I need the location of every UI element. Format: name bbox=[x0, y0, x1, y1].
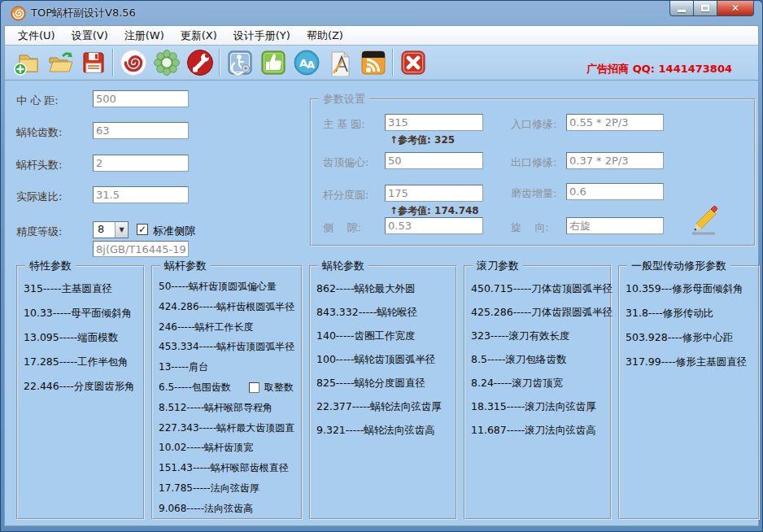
param-row: 22.377-----蜗轮法向弦齿厚 bbox=[316, 395, 454, 418]
exit-icon bbox=[399, 49, 427, 76]
panel-modification-params: 一般型传动修形参数 10.359---修形母面倾斜角 31.8----修形传动比… bbox=[618, 265, 760, 520]
param-row: 22.446----分度圆齿形角 bbox=[24, 374, 142, 399]
window-controls: ✕ bbox=[669, 1, 754, 16]
worm-design-button[interactable] bbox=[116, 46, 150, 79]
param-row-with-checkbox: 6.5-----包围齿数 取整数 bbox=[159, 377, 299, 398]
gear-flower-icon bbox=[153, 49, 181, 76]
worm-pitch-circle-input[interactable] bbox=[385, 185, 483, 202]
tools-button[interactable] bbox=[183, 46, 216, 79]
approve-button[interactable] bbox=[256, 46, 290, 79]
param-row: 315-----主基圆直径 bbox=[24, 277, 142, 301]
wheel-teeth-input[interactable] bbox=[93, 122, 189, 139]
backlash-label: 侧 隙: bbox=[323, 220, 361, 235]
entry-relief-label: 入口修缘: bbox=[511, 117, 556, 132]
param-row: 825-----蜗轮分度圆直径 bbox=[316, 371, 454, 395]
tip-eccentricity-input[interactable] bbox=[385, 152, 483, 169]
menu-settings[interactable]: 设置(V) bbox=[63, 26, 116, 46]
param-row: 9.321-----蜗轮法向弦齿高 bbox=[316, 418, 454, 442]
exit-button[interactable] bbox=[396, 46, 429, 79]
minimize-button[interactable] bbox=[669, 1, 694, 16]
maximize-button[interactable] bbox=[694, 1, 717, 16]
grinding-allowance-input[interactable] bbox=[566, 183, 664, 200]
param-row: 425.286-----刀体齿跟圆弧半径 bbox=[471, 300, 608, 324]
toolbar-separator bbox=[219, 49, 220, 76]
param-row: 151.43-----蜗杆喉部齿根直径 bbox=[159, 458, 299, 478]
drafting-button[interactable] bbox=[323, 46, 356, 79]
param-row: 17.785-----法向弦齿厚 bbox=[159, 478, 299, 499]
worm-pitch-circle-label: 杆分度圆: bbox=[323, 188, 368, 203]
rss-button[interactable] bbox=[356, 46, 390, 79]
close-button[interactable]: ✕ bbox=[717, 1, 754, 16]
param-row: 843.332-----蜗轮喉径 bbox=[316, 300, 454, 324]
menu-design-manual[interactable]: 设计手册(Y) bbox=[225, 26, 299, 46]
precision-grade-select[interactable]: 8 ▼ bbox=[93, 221, 129, 238]
param-row: 6.5-----包围齿数 bbox=[159, 377, 231, 398]
param-row: 31.8----修形传动比 bbox=[626, 301, 756, 325]
main-base-circle-input[interactable] bbox=[385, 114, 483, 131]
title-bar: TOP蜗杆副设计V8.56 ✕ bbox=[4, 1, 759, 25]
menu-help[interactable]: 帮助(Z) bbox=[299, 26, 351, 46]
worm-spiral-icon bbox=[120, 49, 147, 76]
param-row: 317.99----修形主基圆直径 bbox=[626, 350, 756, 374]
entry-relief-input[interactable] bbox=[566, 114, 664, 131]
main-base-circle-ref: ↑参考值: 325 bbox=[390, 133, 455, 147]
center-distance-input[interactable] bbox=[93, 90, 189, 107]
param-row: 450.715-----刀体齿顶圆弧半径 bbox=[471, 277, 608, 300]
precision-standard-input[interactable] bbox=[93, 241, 189, 257]
accessibility-settings-button[interactable] bbox=[223, 46, 256, 79]
panel-title: 蜗轮参数 bbox=[318, 259, 368, 273]
open-file-icon bbox=[46, 49, 74, 76]
param-row: 323-----滚刀有效长度 bbox=[471, 324, 608, 347]
gear-settings-button[interactable] bbox=[150, 46, 183, 79]
worm-starts-label: 蜗杆头数: bbox=[16, 158, 62, 172]
param-row: 862-----蜗轮最大外圆 bbox=[316, 277, 454, 300]
window-title: TOP蜗杆副设计V8.56 bbox=[31, 6, 136, 20]
param-row: 10.359---修形母面倾斜角 bbox=[626, 277, 756, 301]
app-logo-icon bbox=[11, 6, 26, 21]
param-row: 453.334-----蜗杆齿顶圆弧半径 bbox=[159, 337, 299, 357]
backlash-input[interactable] bbox=[385, 217, 483, 234]
param-row: 13-----肩台 bbox=[159, 357, 299, 377]
font-button[interactable]: A A bbox=[290, 46, 323, 79]
font-aa-icon: A A bbox=[293, 49, 320, 76]
round-integer-checkbox[interactable] bbox=[249, 382, 259, 393]
toolbar-separator bbox=[112, 49, 114, 76]
save-button[interactable] bbox=[76, 46, 110, 79]
toolbar-separator bbox=[392, 49, 394, 76]
param-row: 140-----齿圈工作宽度 bbox=[316, 324, 454, 347]
menu-update[interactable]: 更新(X) bbox=[172, 26, 225, 46]
round-integer-label: 取整数 bbox=[264, 377, 294, 398]
menu-register[interactable]: 注册(W) bbox=[116, 26, 172, 46]
new-file-icon bbox=[13, 49, 41, 76]
open-file-button[interactable] bbox=[43, 46, 76, 79]
actual-ratio-input[interactable] bbox=[93, 186, 189, 203]
worm-starts-input[interactable] bbox=[93, 155, 189, 172]
exit-relief-input[interactable] bbox=[566, 152, 664, 169]
panel-title: 滚刀参数 bbox=[473, 259, 523, 273]
precision-grade-label: 精度等级: bbox=[16, 225, 62, 239]
param-row: 8.24-----滚刀齿顶宽 bbox=[471, 371, 608, 395]
param-settings-title: 参数设置 bbox=[319, 92, 369, 107]
edit-pencil-icon[interactable] bbox=[687, 204, 720, 240]
wheel-teeth-label: 蜗轮齿数: bbox=[16, 125, 62, 140]
wrench-icon bbox=[186, 49, 214, 76]
standard-backlash-checkbox[interactable]: ✓ bbox=[137, 224, 148, 235]
menu-bar: 文件(U) 设置(V) 注册(W) 更新(X) 设计手册(Y) 帮助(Z) bbox=[4, 25, 759, 46]
param-row: 227.343-----蜗杆最大齿顶圆直 bbox=[159, 418, 299, 438]
hand-direction-input[interactable] bbox=[566, 217, 664, 234]
panel-title: 蜗杆参数 bbox=[160, 259, 211, 273]
param-row: 246-----蜗杆工作长度 bbox=[159, 317, 299, 338]
standard-backlash-label: 标准侧隙 bbox=[153, 224, 195, 238]
menu-file[interactable]: 文件(U) bbox=[10, 26, 63, 46]
actual-ratio-label: 实际速比: bbox=[16, 190, 62, 204]
param-row: 10.02-----蜗杆齿顶宽 bbox=[159, 438, 299, 458]
hand-direction-label: 旋 向: bbox=[511, 220, 549, 235]
param-row: 11.687-----滚刀法向弦齿高 bbox=[471, 418, 608, 442]
panel-wheel-params: 蜗轮参数 862-----蜗轮最大外圆 843.332-----蜗轮喉径 140… bbox=[309, 265, 457, 520]
new-file-button[interactable] bbox=[10, 46, 43, 79]
panel-hob-params: 滚刀参数 450.715-----刀体齿顶圆弧半径 425.286-----刀体… bbox=[464, 265, 612, 520]
param-row: 8.512-----蜗杆喉部导程角 bbox=[159, 398, 299, 418]
param-row: 13.095-----端面模数 bbox=[24, 325, 142, 350]
chevron-down-icon[interactable]: ▼ bbox=[115, 222, 128, 238]
tip-eccentricity-label: 齿顶偏心: bbox=[323, 155, 368, 170]
